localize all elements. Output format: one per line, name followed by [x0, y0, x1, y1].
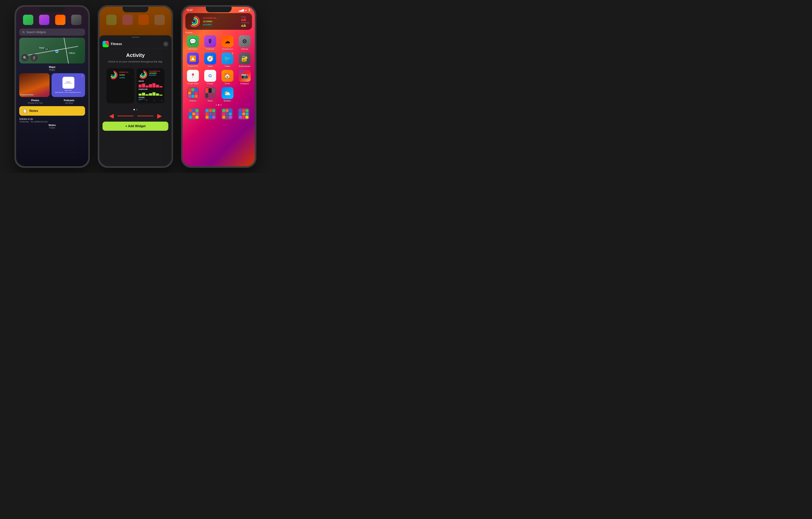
df3-3 [229, 109, 232, 112]
df3-1 [222, 109, 225, 112]
instagram-icon: 📷 [239, 70, 251, 82]
maps-label-thirsk: Thirsk [39, 47, 45, 49]
googlemaps-label: Google Maps [187, 83, 199, 85]
photos-image: Featured Photo [19, 73, 50, 97]
move-bar-label-large: MOVE [241, 16, 249, 18]
ml-4 [244, 19, 244, 21]
df1-7 [189, 116, 192, 119]
authenticator-icon: 🔐 [239, 53, 251, 64]
news-app-1 [205, 88, 208, 93]
podcasts-widget-name: Podcasts [53, 99, 85, 102]
stand-dot-5 [144, 99, 145, 100]
ex-bar-1 [139, 93, 142, 95]
maps-widget[interactable]: Thirsk Kilburn 🔍 🍴 A19 [19, 38, 85, 63]
ex-bar-6 [156, 93, 159, 95]
app-news[interactable]: News [203, 87, 218, 102]
app-podcasts[interactable]: 🎙 Podcasts [203, 35, 218, 50]
preview-card-2: 121/440KCAL 10/30MIN 6/12HRS MOVE [137, 68, 164, 103]
app-home[interactable]: 🏠 Home [220, 70, 235, 85]
app-authenticator[interactable]: 🔐 Authenticator [237, 53, 252, 67]
dot-2 [136, 109, 138, 110]
twitter-icon: 🐦 1 [222, 53, 233, 64]
top-app-2 [39, 15, 49, 25]
df4-2 [242, 109, 245, 112]
svg-point-0 [22, 31, 24, 33]
photos-widget-name: Photos [19, 99, 51, 102]
time-18: 18 [161, 100, 163, 101]
dock-folder-3[interactable] [221, 108, 233, 120]
bar-3 [146, 85, 148, 87]
df1-8 [192, 116, 195, 119]
weather-icon: ⛅ [222, 87, 233, 99]
exercise-bar-label-large: EXERCISE [241, 22, 249, 24]
finance-app-1 [188, 88, 191, 91]
maps-food-btn[interactable]: 🍴 [30, 54, 38, 61]
stand-dot-1 [139, 99, 140, 100]
soundcloud-icon: ☁ [222, 35, 233, 47]
df2-7 [206, 116, 209, 119]
app-safari[interactable]: 🧭 Safari [203, 53, 218, 67]
ex-bar-7 [160, 94, 163, 95]
maps-search-btn[interactable]: 🔍 [21, 54, 29, 61]
app-googlemaps[interactable]: 📍 Google Maps [185, 70, 200, 85]
app-weather[interactable]: ⛅ Weather [220, 87, 235, 102]
app-protonvpn[interactable]: 🔼 ProtonVPN [185, 53, 200, 67]
df4-9 [245, 116, 249, 119]
phone-2-bg: Fitness ✕ Activity Check in on your move… [99, 7, 172, 166]
app-google[interactable]: G Google [203, 70, 218, 85]
settings-icon: ⚙ [239, 35, 251, 47]
messages-icon: 💬 [187, 35, 199, 47]
podcasts-label-item: Podcasts Up Next [53, 99, 85, 104]
arrow-line-left [118, 116, 134, 116]
dock-folder-1[interactable] [188, 108, 200, 120]
exercise-bar-label: EXERCISE [139, 88, 163, 90]
app-settings[interactable]: ⚙ Settings [237, 35, 252, 50]
df1-6 [196, 112, 199, 115]
search-bar[interactable]: Search Widgets [19, 29, 85, 36]
notes-widget[interactable]: 📋 Notes [19, 106, 85, 116]
dot-1 [134, 109, 135, 110]
time-06: 06 [146, 100, 147, 101]
news-label: News [208, 100, 212, 102]
podcasts-info: 46M LEFT John Dunne: To be conscious is … [55, 89, 82, 93]
add-widget-button[interactable]: + Add Widget [103, 121, 168, 131]
ml-1 [241, 19, 242, 21]
app-instagram[interactable]: 📷 Instagram [237, 70, 252, 85]
df2-2 [209, 109, 212, 112]
move-label-bar: MOVE [241, 16, 249, 21]
swipe-arrow-indicator: ◀ ▶ [99, 113, 172, 119]
df2-9 [212, 116, 215, 119]
app-messages[interactable]: 💬 Messages [185, 35, 200, 50]
dock-folder-icon-1 [188, 108, 200, 120]
maps-road-label: A19 [44, 48, 49, 50]
close-button[interactable]: ✕ [163, 42, 168, 47]
ml-3 [243, 20, 243, 21]
phone-3-bg: 11:27 ▂▄▆ ▲ 🔋 121/440KCAL [183, 7, 255, 166]
googlemaps-icon: 📍 [187, 70, 199, 82]
app-soundcloud[interactable]: ☁ SoundCloud [220, 35, 235, 50]
notes-date: Yesterday [19, 120, 29, 123]
google-label: Google [207, 83, 213, 85]
app-twitter[interactable]: 🐦 1 Twitter [220, 53, 235, 67]
df4-6 [245, 112, 249, 115]
fitness-section-label: Fitness [183, 31, 255, 34]
activity-widget[interactable]: 121/440KCAL 10/30MIN 6/12HRS MOVE [185, 13, 252, 30]
finance-app-2 [191, 88, 194, 91]
fitness-app-icon [103, 41, 109, 47]
activity-bars: MOVE EXERCISE [241, 16, 249, 27]
stat-min-1: /30MIN [119, 74, 129, 76]
move-bar-label: MOVE [139, 80, 163, 82]
dock-folder-4[interactable] [238, 108, 250, 120]
app-finance[interactable]: Finance [185, 87, 200, 102]
time-12: 12 [153, 100, 155, 101]
finance-app-6 [195, 92, 198, 94]
activity-stats: 121/440KCAL 10/30MIN 6/12HRS [203, 17, 238, 26]
podcasts-widget[interactable]: 🎙 UPAYA Dharma Podcasts 46M LEFT John Du… [52, 73, 85, 97]
photos-widget[interactable]: Featured Photo [19, 73, 50, 97]
ex-bar-3 [146, 94, 148, 96]
svg-line-1 [24, 33, 25, 33]
el-4 [244, 25, 244, 27]
finance-app-3 [195, 88, 198, 91]
dock-folder-2[interactable] [204, 108, 216, 120]
finance-label: Finance [190, 100, 197, 102]
